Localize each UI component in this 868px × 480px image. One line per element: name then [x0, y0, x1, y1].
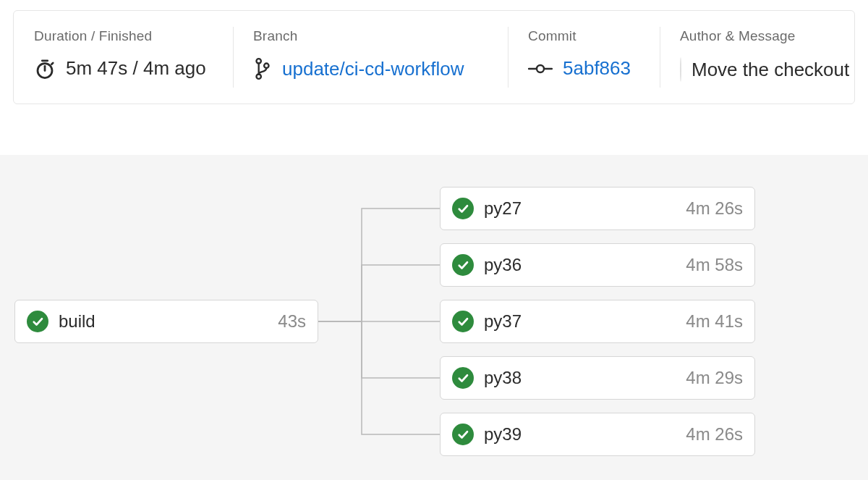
job-duration: 4m 29s — [686, 368, 743, 388]
job-node-build[interactable]: build 43s — [14, 300, 318, 343]
pipeline-graph: build 43s py27 4m 26s py36 4m 58s py37 4… — [0, 155, 868, 480]
status-success-icon — [452, 367, 474, 389]
job-node-py39[interactable]: py39 4m 26s — [440, 413, 755, 456]
run-summary-card: Duration / Finished 5m 47s / 4m ago Bran… — [13, 10, 855, 104]
job-node-py38[interactable]: py38 4m 29s — [440, 356, 755, 400]
svg-line-3 — [51, 62, 53, 64]
commit-link[interactable]: 5abf863 — [528, 57, 639, 80]
status-success-icon — [452, 254, 474, 276]
duration-finished-text: 5m 47s / 4m ago — [66, 57, 206, 80]
status-success-icon — [452, 424, 474, 445]
job-name: build — [59, 311, 268, 332]
commit-icon — [528, 62, 553, 76]
job-node-py27[interactable]: py27 4m 26s — [440, 187, 755, 230]
job-name: py27 — [484, 198, 676, 219]
job-duration: 4m 26s — [686, 198, 743, 219]
job-name: py39 — [484, 424, 676, 445]
author-message-col: Author & Message Move the checkout — [660, 11, 854, 104]
branch-name: update/ci-cd-workflow — [282, 58, 464, 80]
job-duration: 4m 26s — [686, 424, 743, 445]
job-name: py36 — [484, 255, 676, 275]
commit-sha: 5abf863 — [563, 57, 631, 80]
status-success-icon — [452, 311, 474, 332]
status-success-icon — [452, 198, 474, 219]
author-avatar — [680, 57, 681, 82]
duration-finished-col: Duration / Finished 5m 47s / 4m ago — [14, 11, 233, 104]
status-success-icon — [27, 311, 48, 332]
branch-link[interactable]: update/ci-cd-workflow — [253, 57, 488, 80]
author-message-value: Move the checkout — [680, 57, 834, 82]
duration-finished-label: Duration / Finished — [34, 28, 213, 44]
branch-col: Branch update/ci-cd-workflow — [233, 11, 508, 104]
author-message-label: Author & Message — [680, 28, 834, 44]
job-node-py37[interactable]: py37 4m 41s — [440, 300, 755, 343]
job-name: py38 — [484, 368, 676, 388]
commit-label: Commit — [528, 28, 639, 44]
svg-point-8 — [537, 65, 544, 72]
commit-message: Move the checkout — [692, 59, 849, 81]
job-node-py36[interactable]: py36 4m 58s — [440, 243, 755, 287]
branch-label: Branch — [253, 28, 488, 44]
job-name: py37 — [484, 311, 676, 332]
job-duration: 4m 58s — [686, 255, 743, 275]
job-duration: 43s — [278, 311, 306, 332]
duration-finished-value: 5m 47s / 4m ago — [34, 57, 213, 80]
branch-icon — [253, 57, 272, 80]
commit-col: Commit 5abf863 — [508, 11, 660, 104]
stopwatch-icon — [34, 58, 56, 80]
job-duration: 4m 41s — [686, 311, 743, 332]
